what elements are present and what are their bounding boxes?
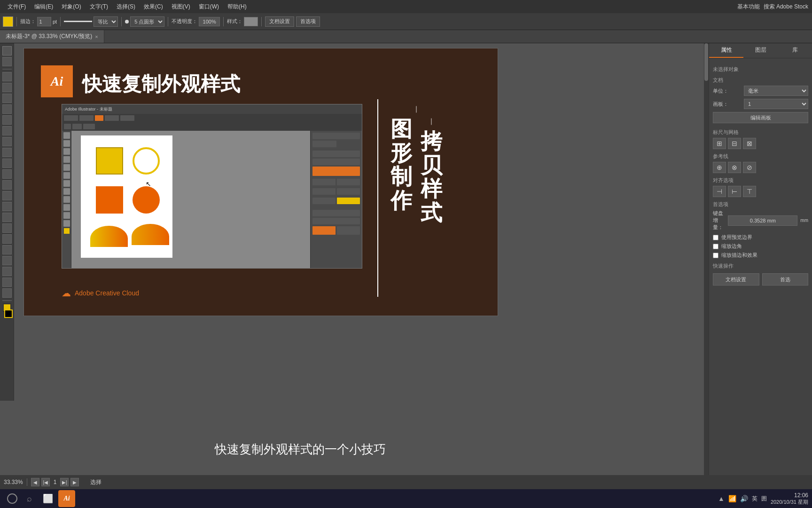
tool-gradient[interactable] xyxy=(2,223,12,233)
tool-type[interactable] xyxy=(2,83,12,92)
tool-direct-select[interactable] xyxy=(2,57,12,66)
taskbar-search-btn[interactable]: ⌕ xyxy=(21,490,38,507)
rules-icon[interactable]: ⊞ xyxy=(713,138,726,149)
canvas-area: Ai 快速复制外观样式 Adobe Illustrator - 未标题 xyxy=(0,43,704,475)
slide-title: 快速复制外观样式 xyxy=(82,71,240,97)
menu-window[interactable]: 窗口(W) xyxy=(195,2,223,12)
tool-select[interactable] xyxy=(2,46,12,56)
scroll-thumb[interactable] xyxy=(704,43,708,81)
taskbar-right: ▲ 📶 🔊 英 囲 12:06 2020/10/31 星期 xyxy=(718,492,808,506)
workspace-label[interactable]: 基本功能 xyxy=(737,3,760,11)
adobe-cc-text: Adobe Creative Cloud xyxy=(75,289,139,297)
scale-stroke-cb[interactable] xyxy=(713,253,718,258)
tool-live-paint[interactable] xyxy=(2,202,12,211)
menu-select[interactable]: 选择(S) xyxy=(113,2,139,12)
tool-rect[interactable] xyxy=(2,104,12,114)
tool-eraser[interactable] xyxy=(2,137,12,146)
tool-mesh[interactable] xyxy=(2,213,12,222)
preferences-btn[interactable]: 首选项 xyxy=(296,16,320,27)
align-icon-1[interactable]: ⊣ xyxy=(713,186,726,197)
style-preview[interactable] xyxy=(244,17,258,26)
tool-paintbrush[interactable] xyxy=(2,115,12,125)
taskbar-ai-app[interactable]: Ai xyxy=(58,490,75,507)
start-btn[interactable] xyxy=(4,490,21,507)
tool-blend[interactable] xyxy=(2,245,12,254)
doc-settings-btn[interactable]: 文档设置 xyxy=(265,16,294,27)
tool-scale[interactable] xyxy=(2,159,12,168)
preview-border-cb[interactable] xyxy=(713,235,718,240)
tool-pencil[interactable] xyxy=(2,126,12,135)
opacity-input[interactable] xyxy=(199,17,220,26)
menu-edit[interactable]: 编辑(E) xyxy=(31,2,57,12)
tool-shape-builder[interactable] xyxy=(2,191,12,200)
status-sep-1 xyxy=(27,478,27,486)
stroke-ratio-select[interactable]: 等比 xyxy=(94,16,118,27)
tool-pen[interactable] xyxy=(2,72,12,81)
taskbar-network[interactable]: 📶 xyxy=(728,495,736,502)
guides-label: 参考线 xyxy=(713,153,808,160)
edit-artboard-btn[interactable]: 编辑画板 xyxy=(713,112,808,123)
tab-layers[interactable]: 图层 xyxy=(743,43,778,58)
tool-free-transform[interactable] xyxy=(2,180,12,190)
tab-library[interactable]: 库 xyxy=(778,43,812,58)
artboard-select[interactable]: 1 xyxy=(744,99,808,109)
align-icon-3[interactable]: ⊤ xyxy=(743,186,756,197)
menu-help[interactable]: 帮助(H) xyxy=(224,2,250,12)
tool-line[interactable] xyxy=(2,94,12,103)
quick-doc-btn[interactable]: 文档设置 xyxy=(713,273,759,286)
menu-view[interactable]: 视图(V) xyxy=(168,2,194,12)
tool-slice[interactable] xyxy=(2,288,12,298)
guide-icons: ⊕ ⊗ ⊘ xyxy=(713,162,808,173)
tool-artboard[interactable] xyxy=(2,278,12,287)
menu-file[interactable]: 文件(F) xyxy=(4,2,30,12)
menu-object[interactable]: 对象(O) xyxy=(58,2,85,12)
quick-actions-label: 快速操作 xyxy=(713,262,808,270)
main-scrollbar[interactable] xyxy=(704,43,709,475)
right-panel-tabs: 属性 图层 库 xyxy=(709,43,812,58)
page-first-btn[interactable]: |◀ xyxy=(41,478,50,486)
taskbar-clock[interactable]: 12:06 2020/10/31 星期 xyxy=(771,492,808,506)
taskbar-sound[interactable]: 🔊 xyxy=(740,495,748,502)
taskbar-layout[interactable]: 囲 xyxy=(761,495,767,503)
tool-column-graph[interactable] xyxy=(2,267,12,276)
grid-icon[interactable]: ⊟ xyxy=(728,138,741,149)
page-prev-btn[interactable]: ◀ xyxy=(31,478,39,486)
guide-icon-1[interactable]: ⊕ xyxy=(713,162,726,173)
tool-rotate[interactable] xyxy=(2,148,12,157)
mock-p-c3 xyxy=(312,188,336,195)
stroke-value-input[interactable] xyxy=(37,17,51,26)
slide-artboard: Ai 快速复制外观样式 Adobe Illustrator - 未标题 xyxy=(23,48,498,316)
menu-text[interactable]: 文字(T) xyxy=(86,2,112,12)
point-select[interactable]: 5 点圆形 xyxy=(130,16,164,27)
rulers-icon2[interactable]: ⊠ xyxy=(743,138,756,149)
taskbar-arrow-up[interactable]: ▲ xyxy=(718,495,725,502)
fill-color[interactable] xyxy=(3,16,13,27)
tab-close-btn[interactable]: × xyxy=(95,34,98,40)
quick-pref-btn[interactable]: 首选 xyxy=(762,273,809,286)
menu-effect[interactable]: 效果(C) xyxy=(140,2,167,12)
align-label: 对齐选项 xyxy=(713,177,808,184)
stroke-line-preview xyxy=(64,21,92,22)
taskbar-file-explorer[interactable]: ⬜ xyxy=(39,490,56,507)
scale-corners-cb[interactable] xyxy=(713,244,718,249)
page-last-btn[interactable]: ▶| xyxy=(60,478,69,486)
guide-icon-3[interactable]: ⊘ xyxy=(743,162,756,173)
unit-select[interactable]: 毫米 xyxy=(744,86,808,96)
keyboard-input[interactable] xyxy=(728,215,797,226)
page-next-btn[interactable]: ▶ xyxy=(70,478,79,486)
right-panel: 属性 图层 库 未选择对象 文档 单位： 毫米 画板： 1 编辑画板 标尺与网格 xyxy=(709,43,812,475)
mock-orange-circle xyxy=(133,186,160,214)
taskbar-lang[interactable]: 英 xyxy=(752,495,757,503)
keyboard-row: 键盘增量： mm xyxy=(713,210,808,231)
tool-symbol-spray[interactable] xyxy=(2,256,12,265)
tool-eyedropper[interactable] xyxy=(2,234,12,244)
document-tab[interactable]: 未标题-3* @ 33.33% (CMYK/预览) × xyxy=(0,30,104,43)
tool-warp[interactable] xyxy=(2,169,12,179)
fill-swatch[interactable] xyxy=(3,16,13,27)
guide-icon-2[interactable]: ⊗ xyxy=(728,162,741,173)
rules-grid-label: 标尺与网格 xyxy=(713,129,808,136)
tab-properties[interactable]: 属性 xyxy=(709,43,743,58)
align-icon-2[interactable]: ⊢ xyxy=(728,186,741,197)
search-stock-label[interactable]: 搜索 Adobe Stock xyxy=(764,3,808,11)
stroke-color-btn[interactable] xyxy=(4,310,13,318)
